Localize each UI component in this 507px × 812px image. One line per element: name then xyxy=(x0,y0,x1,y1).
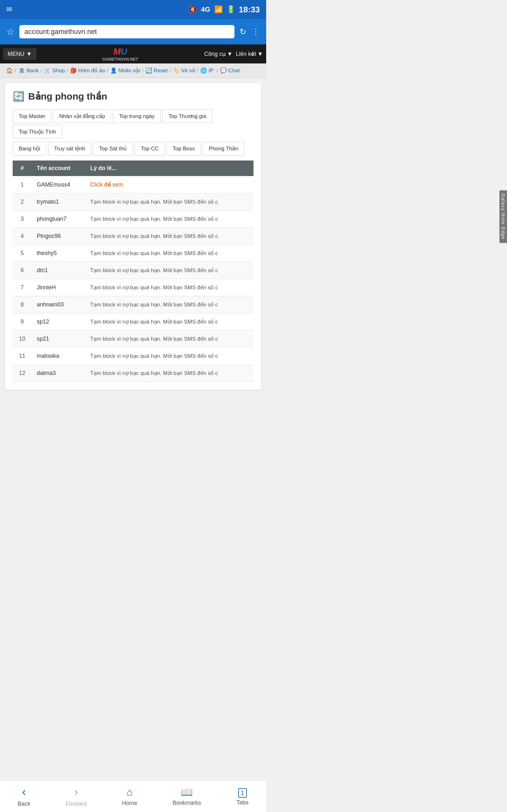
status-time: 18:33 xyxy=(239,5,260,14)
links-menu[interactable]: Liên kết ▼ xyxy=(236,50,263,57)
table-row: 3phongluan7Tạm block vì nợ bạc quá hạn. … xyxy=(13,211,253,228)
cell-account: theshy5 xyxy=(32,245,85,262)
browser-bar: ☆ account.gamethuvn.net ↻ ⋮ xyxy=(0,19,266,44)
cell-num: 6 xyxy=(13,262,32,279)
breadcrumb-reset[interactable]: 🔄 Reset xyxy=(146,67,168,74)
home-icon: ⌂ xyxy=(126,786,132,798)
tools-menu[interactable]: Công cụ ▼ xyxy=(204,50,233,57)
breadcrumb: 🏠 / 🏦 Bank / 🛒 Shop / 🎒 Hòm đồ ảo / 👤 Nh… xyxy=(0,63,266,78)
tab-bang-hoi[interactable]: Bang hội xyxy=(13,142,46,155)
tools-arrow-icon: ▼ xyxy=(227,51,233,57)
back-label: Back xyxy=(18,801,31,807)
col-header-reason: Lý do lê... xyxy=(85,160,253,176)
tab-truy-sat[interactable]: Truy sát lệnh xyxy=(48,142,91,155)
status-bar: ✉ 🔇 4G 📶 🔋 18:33 xyxy=(0,0,266,19)
forward-label: Forward xyxy=(66,801,87,807)
nav-back[interactable]: ‹ Back xyxy=(18,785,31,807)
tab-nhan-vat[interactable]: Nhân vật đẳng cấp xyxy=(53,109,111,123)
menu-arrow-icon: ▼ xyxy=(26,51,32,57)
cell-account: sp12 xyxy=(32,313,85,331)
cell-reason: Tạm block vì nợ bạc quá hạn. Mời bạn SMS… xyxy=(85,313,253,331)
cell-reason[interactable]: Click để xem xyxy=(85,176,253,194)
back-icon: ‹ xyxy=(22,785,26,799)
reason-link[interactable]: Click để xem xyxy=(90,182,123,188)
menu-button[interactable]: MENU ▼ xyxy=(3,48,37,60)
more-options-icon[interactable]: ⋮ xyxy=(251,27,260,37)
tab-top-ngay[interactable]: Top trong ngày xyxy=(113,109,160,123)
tab-top-boss[interactable]: Top Boss xyxy=(167,142,201,155)
breadcrumb-inventory[interactable]: 🎒 Hòm đồ ảo xyxy=(70,67,105,74)
cell-account: sp21 xyxy=(32,331,85,348)
browser-actions: ↻ ⋮ xyxy=(239,27,260,37)
url-bar[interactable]: account.gamethuvn.net xyxy=(19,25,234,38)
breadcrumb-shop[interactable]: 🛒 Shop xyxy=(44,67,65,74)
table-row: 1GAMEmuss4Click để xem xyxy=(13,176,253,194)
url-text: account.gamethuvn.net xyxy=(24,28,97,36)
reason-text: Tạm block vì nợ bạc quá hạn. Mời bạn SMS… xyxy=(90,199,218,205)
nav-forward[interactable]: › Forward xyxy=(66,785,87,807)
menu-label: MENU xyxy=(8,51,24,57)
cell-reason: Tạm block vì nợ bạc quá hạn. Mời bạn SMS… xyxy=(85,365,253,382)
reason-text: Tạm block vì nợ bạc quá hạn. Mời bạn SMS… xyxy=(90,302,218,308)
cell-account: phongluan7 xyxy=(32,211,85,228)
bookmarks-icon: 📖 xyxy=(181,786,193,798)
breadcrumb-bank[interactable]: 🏦 Bank xyxy=(18,67,39,74)
tab-row-1: Top Master Nhân vật đẳng cấp Top trong n… xyxy=(13,109,253,139)
cell-num: 7 xyxy=(13,279,32,296)
table-row: 9sp12Tạm block vì nợ bạc quá hạn. Mời bạ… xyxy=(13,313,253,331)
cell-num: 1 xyxy=(13,176,32,194)
cell-reason: Tạm block vì nợ bạc quá hạn. Mời bạn SMS… xyxy=(85,331,253,348)
reason-text: Tạm block vì nợ bạc quá hạn. Mời bạn SMS… xyxy=(90,370,218,376)
tab-top-master[interactable]: Top Master xyxy=(13,109,51,123)
tab-phong-than[interactable]: Phong Thần xyxy=(203,142,244,155)
reload-icon[interactable]: ↻ xyxy=(239,27,246,37)
cell-num: 11 xyxy=(13,348,32,365)
tab-top-cc[interactable]: Top CC xyxy=(135,142,165,155)
tabs-icon: 1 xyxy=(238,786,247,798)
nav-bookmarks[interactable]: 📖 Bookmarks xyxy=(173,786,201,806)
cell-account: anhnam03 xyxy=(32,296,85,313)
table-row: 11malosikaTạm block vì nợ bạc quá hạn. M… xyxy=(13,348,253,365)
notification-icon: ✉ xyxy=(6,5,12,14)
page-refresh-icon[interactable]: 🔄 xyxy=(13,91,24,102)
logo-m: M xyxy=(113,47,121,56)
cell-reason: Tạm block vì nợ bạc quá hạn. Mời bạn SMS… xyxy=(85,245,253,262)
cell-num: 10 xyxy=(13,331,32,348)
table-row: 10sp21Tạm block vì nợ bạc quá hạn. Mời b… xyxy=(13,331,253,348)
main-content: 🔄 Bảng phong thần Top Master Nhân vật đẳ… xyxy=(5,83,261,390)
cell-reason: Tạm block vì nợ bạc quá hạn. Mời bạn SMS… xyxy=(85,348,253,365)
breadcrumb-lottery[interactable]: 🏷️ Vé số xyxy=(173,67,195,74)
cell-account: dtn1 xyxy=(32,262,85,279)
tab-sat-thu[interactable]: Top Sát thủ xyxy=(93,142,133,155)
breadcrumb-character[interactable]: 👤 Nhân vật xyxy=(110,67,140,74)
battery-icon: 🔋 xyxy=(227,5,235,14)
reason-text: Tạm block vì nợ bạc quá hạn. Mời bạn SMS… xyxy=(90,216,218,222)
tab-thuong-gia[interactable]: Top Thương gia xyxy=(163,109,212,123)
table-row: 5theshy5Tạm block vì nợ bạc quá hạn. Mời… xyxy=(13,245,253,262)
nav-home[interactable]: ⌂ Home xyxy=(122,786,137,807)
breadcrumb-home[interactable]: 🏠 xyxy=(6,67,13,74)
reason-text: Tạm block vì nợ bạc quá hạn. Mời bạn SMS… xyxy=(90,250,218,256)
cell-num: 8 xyxy=(13,296,32,313)
page-title-area: 🔄 Bảng phong thần xyxy=(13,91,253,102)
reason-text: Tạm block vì nợ bạc quá hạn. Mời bạn SMS… xyxy=(90,336,218,342)
cell-num: 12 xyxy=(13,365,32,382)
cell-reason: Tạm block vì nợ bạc quá hạn. Mời bạn SMS… xyxy=(85,262,253,279)
breadcrumb-ip[interactable]: 🌐 IP xyxy=(200,67,214,74)
status-right: 🔇 4G 📶 🔋 18:33 xyxy=(188,5,260,14)
cell-account: JinnieH xyxy=(32,279,85,296)
bookmarks-label: Bookmarks xyxy=(173,800,201,806)
site-logo: MU GAMETHUVN.NET xyxy=(40,47,201,61)
bottom-nav: ‹ Back › Forward ⌂ Home 📖 Bookmarks 1 Ta… xyxy=(0,780,266,812)
cell-reason: Tạm block vì nợ bạc quá hạn. Mời bạn SMS… xyxy=(85,296,253,313)
nav-tabs[interactable]: 1 Tabs xyxy=(236,786,248,806)
breadcrumb-chat[interactable]: 💬 Chat xyxy=(220,67,240,74)
nav-tools: Công cụ ▼ Liên kết ▼ xyxy=(204,50,263,57)
mute-icon: 🔇 xyxy=(188,5,197,14)
table-row: 12datma3Tạm block vì nợ bạc quá hạn. Mời… xyxy=(13,365,253,382)
cell-num: 9 xyxy=(13,313,32,331)
reason-text: Tạm block vì nợ bạc quá hạn. Mời bạn SMS… xyxy=(90,285,218,291)
tab-thuoc-tinh[interactable]: Top Thuộc Tính xyxy=(13,125,62,139)
bookmark-star-icon[interactable]: ☆ xyxy=(6,27,14,37)
tab-row-2: Bang hội Truy sát lệnh Top Sát thủ Top C… xyxy=(13,142,253,155)
